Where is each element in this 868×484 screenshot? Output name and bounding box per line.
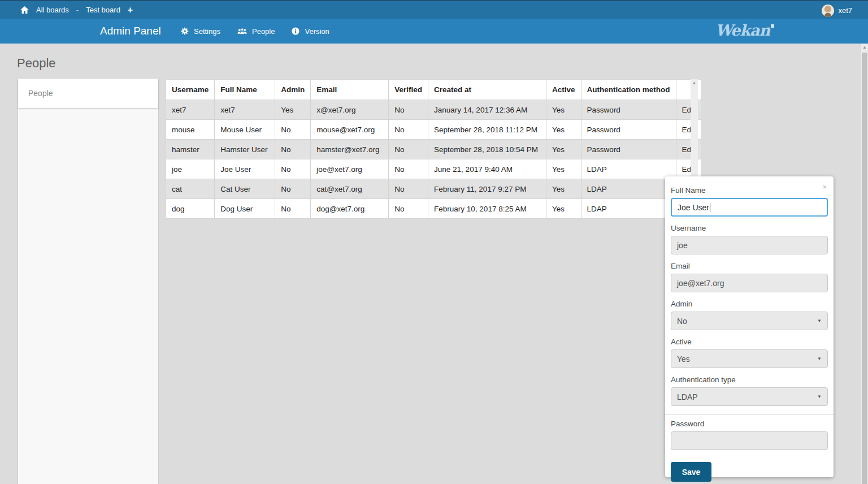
table-row: mouse Mouse User No mouse@xet7.org No Se…	[166, 120, 701, 140]
cell-verified: No	[389, 199, 428, 219]
cell-full-name: Hamster User	[215, 140, 275, 159]
avatar[interactable]	[822, 5, 834, 17]
nav-people-label: People	[252, 27, 275, 36]
users-table: Username Full Name Admin Email Verified …	[166, 79, 701, 219]
auth-type-select[interactable]: LDAP ▼	[671, 387, 828, 406]
table-row: joe Joe User No joe@xet7.org No June 21,…	[166, 159, 701, 179]
username-label: xet7	[838, 6, 852, 15]
cell-created-at: February 10, 2017 8:25 AM	[428, 199, 546, 219]
admin-label: Admin	[671, 300, 828, 308]
logo-dot	[771, 24, 774, 28]
username-value: joe	[677, 241, 688, 250]
gear-icon	[181, 27, 189, 35]
cell-full-name: Mouse User	[215, 120, 275, 140]
scroll-up-icon[interactable]: ▲	[691, 79, 698, 87]
nav-people[interactable]: People	[237, 27, 275, 36]
wekan-logo: Wekan	[715, 21, 774, 39]
nav-version[interactable]: Version	[292, 27, 329, 36]
cell-username: joe	[166, 159, 215, 179]
cell-auth-method: LDAP	[581, 179, 676, 199]
nav-version-label: Version	[305, 27, 329, 36]
col-full-name: Full Name	[215, 80, 275, 100]
cell-full-name: Dog User	[215, 199, 275, 219]
password-input[interactable]	[671, 431, 828, 450]
username-label: Username	[671, 224, 828, 232]
cell-admin: No	[275, 140, 311, 159]
username-input[interactable]: joe	[671, 236, 828, 254]
cell-created-at: January 14, 2017 12:36 AM	[428, 100, 546, 120]
cell-username: xet7	[166, 100, 215, 120]
sidebar-item-label: People	[28, 89, 53, 98]
cell-created-at: September 28, 2018 10:54 PM	[428, 140, 546, 159]
cell-full-name: Cat User	[215, 179, 275, 199]
table-row: dog Dog User No dog@xet7.org No February…	[166, 199, 701, 219]
active-label: Active	[671, 338, 828, 346]
add-board-button[interactable]: +	[128, 6, 133, 15]
cell-auth-method: LDAP	[581, 199, 676, 219]
cell-admin: No	[275, 120, 311, 140]
close-icon[interactable]: ×	[822, 183, 827, 191]
admin-select[interactable]: No ▼	[671, 312, 828, 330]
table-row: cat Cat User No cat@xet7.org No February…	[166, 179, 701, 199]
info-icon	[292, 27, 300, 35]
cell-admin: No	[275, 159, 311, 179]
cell-verified: No	[389, 159, 428, 179]
full-name-input[interactable]: Joe User	[671, 198, 828, 217]
cell-created-at: September 28, 2018 11:12 PM	[428, 120, 546, 140]
col-active: Active	[546, 80, 581, 100]
home-icon[interactable]	[20, 6, 29, 14]
all-boards-link[interactable]: All boards	[36, 6, 69, 14]
admin-nav: Settings People	[181, 19, 329, 44]
cell-email: cat@xet7.org	[311, 179, 389, 199]
cell-active: Yes	[546, 120, 581, 140]
cell-active: Yes	[546, 100, 581, 120]
user-menu[interactable]: xet7	[822, 1, 852, 20]
active-select[interactable]: Yes ▼	[671, 349, 828, 368]
nav-settings-label: Settings	[194, 27, 220, 36]
scrollbar-thumb[interactable]	[862, 53, 867, 484]
chevron-down-icon: ▼	[817, 356, 822, 361]
cell-full-name: Joe User	[215, 159, 275, 179]
cell-active: Yes	[546, 179, 581, 199]
scroll-up-icon[interactable]: ▲	[861, 44, 868, 51]
col-email: Email	[311, 80, 389, 100]
password-label: Password	[671, 420, 828, 428]
page-title: People	[17, 56, 56, 71]
people-icon	[237, 28, 247, 35]
breadcrumb-separator: -	[76, 6, 79, 14]
save-button[interactable]: Save	[671, 462, 711, 482]
users-table-container: Username Full Name Admin Email Verified …	[166, 79, 701, 219]
auth-type-value: LDAP	[677, 392, 698, 401]
email-input[interactable]: joe@xet7.org	[671, 274, 828, 292]
edit-user-popup: × Full Name Joe User Username joe Email …	[665, 176, 834, 477]
cell-created-at: February 11, 2017 9:27 PM	[428, 179, 546, 199]
cell-admin: No	[275, 199, 311, 219]
auth-type-label: Authentication type	[671, 375, 828, 384]
cell-active: Yes	[546, 140, 581, 159]
cell-username: dog	[166, 199, 215, 219]
cell-admin: Yes	[275, 100, 311, 120]
admin-header: Admin Panel Settings	[0, 19, 868, 44]
page-scrollbar[interactable]: ▲	[861, 44, 868, 484]
sidebar: People	[18, 79, 158, 484]
email-label: Email	[671, 262, 828, 270]
full-name-label: Full Name	[671, 186, 828, 195]
nav-settings[interactable]: Settings	[181, 27, 220, 36]
cell-created-at: June 21, 2017 9:40 AM	[428, 159, 546, 179]
cell-auth-method: LDAP	[581, 159, 676, 179]
email-value: joe@xet7.org	[677, 279, 724, 288]
cell-verified: No	[389, 100, 428, 120]
sidebar-item-people[interactable]: People	[18, 79, 158, 108]
col-verified: Verified	[389, 80, 428, 100]
chevron-down-icon: ▼	[817, 318, 822, 323]
cell-username: hamster	[166, 140, 215, 159]
full-name-value: Joe User	[678, 203, 709, 212]
cell-email: x@xet7.org	[311, 100, 389, 120]
cell-auth-method: Password	[581, 120, 676, 140]
board-name-link[interactable]: Test board	[86, 6, 120, 14]
admin-panel-title: Admin Panel	[100, 25, 161, 37]
col-created-at: Created at	[428, 80, 546, 100]
cell-email: dog@xet7.org	[311, 199, 389, 219]
cell-email: mouse@xet7.org	[311, 120, 389, 140]
divider	[665, 414, 834, 415]
